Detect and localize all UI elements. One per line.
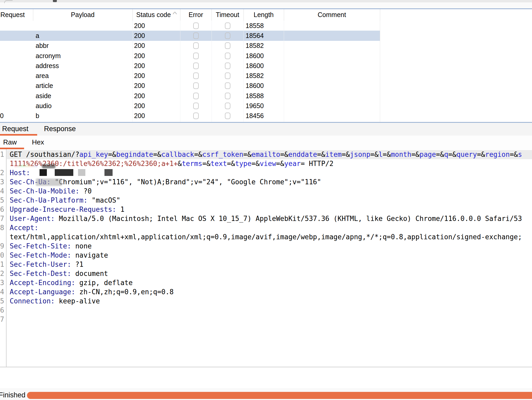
timeout-checkbox[interactable] [225,32,230,39]
request-editor[interactable]: 1GET /southasian/?api_key=&begindate=&ca… [0,149,532,367]
line-number-gutter-divider [6,149,7,367]
payload-cell: abbr [33,41,135,51]
line-number: 1 [0,150,4,159]
line-number: 6 [0,205,4,214]
line-number: 5 [0,196,4,205]
editor-line: 4Accept-Language: zh-CN,zh;q=0.9,en;q=0.… [0,287,532,297]
table-row[interactable]: aside20018588 [0,91,532,101]
search-toolbar: ? ← → [0,367,532,388]
comment-cell [284,51,382,61]
attack-status-label: Finished [0,391,25,399]
payload-cell: b [33,111,135,121]
line-content: Sec-Fetch-Mode: navigate [10,251,108,260]
error-checkbox[interactable] [193,32,199,39]
line-number: 3 [0,278,4,287]
timeout-checkbox[interactable] [225,93,230,99]
table-row[interactable]: address20018600 [0,61,532,71]
column-divider [243,21,244,122]
column-header-timeout[interactable]: Timeout [212,9,243,20]
timeout-checkbox[interactable] [225,82,230,89]
redaction-box [40,169,47,176]
table-row[interactable]: area20018582 [0,71,532,81]
timeout-checkbox[interactable] [225,42,230,49]
line-number: 2 [0,168,4,177]
timeout-checkbox[interactable] [225,113,230,119]
cropped-tab-text-fragment [53,0,57,2]
length-cell: 18582 [243,41,286,51]
line-number: 4 [0,187,4,196]
error-checkbox[interactable] [193,42,199,49]
error-checkbox[interactable] [193,63,199,69]
error-checkbox[interactable] [193,82,199,89]
table-row[interactable]: audio20019650 [0,101,532,111]
status-code-cell: 200 [132,71,182,81]
timeout-checkbox-cell [212,91,243,101]
tab-raw[interactable]: Raw [3,136,17,149]
window-top-strip-light [0,2,532,8]
tab-response[interactable]: Response [44,123,76,135]
table-row[interactable]: 0b20018456 [0,111,532,121]
table-row[interactable]: acronym20018600 [0,51,532,61]
timeout-checkbox[interactable] [225,23,230,29]
column-header-status-code[interactable]: Status code^ [132,9,180,20]
attack-progress-bar [27,392,532,399]
editor-line: 1111%26%2360:/title%26%2362;%26%2360;a+1… [0,159,532,168]
editor-line: 5Connection: keep-alive [0,297,532,306]
length-cell: 18600 [243,61,286,71]
line-content: Sec-Fetch-Dest: document [10,269,108,278]
table-row[interactable]: abbr20018582 [0,41,532,51]
timeout-checkbox[interactable] [225,103,230,109]
request-number-cell [0,101,33,111]
line-content: User-Agent: Mozilla/5.0 (Macintosh; Inte… [10,214,522,223]
column-divider [284,21,284,122]
line-number: 3 [0,177,4,187]
length-cell: 18582 [243,71,286,81]
column-header-payload[interactable]: Payload [33,9,132,20]
column-header-request[interactable]: Request [0,9,33,20]
error-checkbox[interactable] [193,103,199,109]
error-checkbox-cell [180,91,212,101]
table-row[interactable]: article20018600 [0,81,532,91]
results-table-header: Request Payload Status code^ Error Timeo… [0,9,532,21]
editor-line: 6 [0,306,532,315]
editor-line: 1Sec-Fetch-User: ?1 [0,260,532,269]
request-number-cell [0,51,33,61]
timeout-checkbox[interactable] [225,73,230,79]
length-cell: 18558 [243,21,286,31]
error-checkbox[interactable] [193,93,199,99]
column-header-length[interactable]: Length [243,9,284,20]
status-code-cell: 200 [132,41,182,51]
line-content: Connection: keep-alive [10,297,100,306]
status-code-cell: 200 [132,51,182,61]
editor-line: 7 [0,315,532,324]
column-header-comment[interactable]: Comment [284,9,380,20]
length-cell: 18600 [243,81,286,91]
tab-hex[interactable]: Hex [32,136,44,149]
cropped-tab-corner [4,0,13,3]
payload-cell: aside [33,91,135,101]
line-content: Accept-Language: zh-CN,zh;q=0.9,en;q=0.8 [10,287,174,297]
column-header-error[interactable]: Error [180,9,212,20]
error-checkbox[interactable] [193,73,199,79]
line-content: GET /southasian/?api_key=&begindate=&cal… [10,150,522,159]
table-row[interactable]: 20018558 [0,21,532,31]
error-checkbox[interactable] [193,113,199,119]
error-checkbox[interactable] [193,53,199,59]
editor-line: 5Sec-Ch-Ua-Platform: "macOS" [0,196,532,205]
header-divider [212,9,212,21]
editor-line: 1GET /southasian/?api_key=&begindate=&ca… [0,150,532,159]
table-row[interactable]: a20018564 [0,31,380,41]
line-number: 5 [0,297,4,306]
request-number-cell: 0 [0,111,33,121]
error-checkbox-cell [180,101,212,111]
payload-cell [33,21,135,31]
timeout-checkbox[interactable] [225,53,230,59]
length-cell: 18564 [243,31,286,41]
line-number: 8 [0,223,4,232]
error-checkbox[interactable] [193,23,199,29]
length-cell: 18600 [243,51,286,61]
header-divider [380,9,380,21]
request-number-cell [0,91,33,101]
timeout-checkbox[interactable] [225,63,230,69]
tab-request[interactable]: Request [2,123,29,135]
